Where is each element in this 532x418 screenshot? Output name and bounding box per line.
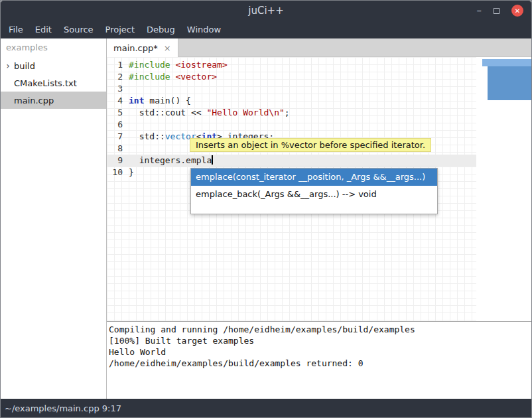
line-number: 6 (107, 119, 127, 131)
chevron-right-icon: › (3, 60, 13, 71)
code-line-text: #include <iostream> (127, 59, 228, 71)
line-number: 3 (107, 83, 127, 95)
juci-window: juCi++ – ✕ FileEditSourceProjectDebugWin… (0, 0, 532, 418)
code-line-5[interactable]: 5 std::cout << "Hello World\n"; (107, 107, 476, 119)
menu-item-source[interactable]: Source (58, 21, 100, 38)
sidebar-item-list: ›buildCMakeLists.txtmain.cpp (1, 57, 106, 109)
code-line-text (127, 119, 129, 131)
completion-popup: emplace(const_iterator __position, _Args… (190, 168, 438, 214)
code-line-6[interactable]: 6 (107, 119, 476, 131)
sidebar-item-label: main.cpp (14, 96, 54, 105)
close-tab-icon[interactable]: × (164, 43, 171, 53)
code-line-4[interactable]: 4int main() { (107, 95, 476, 107)
editor-column: main.cpp* × 1#include <iostream>2#includ… (107, 38, 531, 399)
menu-item-debug[interactable]: Debug (141, 21, 181, 38)
scroll-overview-thumb[interactable] (488, 66, 531, 100)
code-line-text: } (127, 167, 134, 178)
maximize-icon[interactable] (494, 8, 499, 14)
code-editor[interactable]: 1#include <iostream>2#include <vector>34… (107, 57, 531, 321)
tab-bar: main.cpp* × (107, 38, 531, 57)
tab-label: main.cpp* (113, 43, 158, 53)
sidebar-header: examples (1, 38, 106, 57)
code-line-text: integers.empla (127, 155, 213, 167)
line-number: 1 (107, 59, 127, 71)
text-cursor (212, 155, 213, 165)
line-number: 9 (107, 155, 127, 167)
line-number: 7 (107, 131, 127, 143)
status-bar: ~/examples/main.cpp 9:17 (1, 399, 531, 417)
code-line-text: int main() { (127, 95, 191, 107)
line-number: 10 (107, 167, 127, 178)
completion-item-0[interactable]: emplace(const_iterator __position, _Args… (191, 169, 437, 186)
code-line-3[interactable]: 3 (107, 83, 476, 95)
code-line-1[interactable]: 1#include <iostream> (107, 59, 476, 71)
line-number: 5 (107, 107, 127, 119)
output-panel: Compiling and running /home/eidheim/exam… (107, 321, 531, 400)
window-controls: – ✕ (477, 5, 524, 17)
status-text: ~/examples/main.cpp 9:17 (5, 403, 121, 413)
line-number: 2 (107, 71, 127, 83)
line-number: 4 (107, 95, 127, 107)
line-number: 8 (107, 143, 127, 155)
code-line-text: #include <vector> (127, 71, 217, 83)
sidebar-item-label: build (14, 61, 35, 71)
maximize-square (494, 8, 499, 14)
sidebar-item-label: CMakeLists.txt (14, 78, 77, 88)
doc-tooltip: Inserts an object in %vector before spec… (190, 138, 431, 152)
main-area: examples ›buildCMakeLists.txtmain.cpp ma… (1, 38, 531, 399)
close-icon[interactable]: ✕ (511, 5, 523, 17)
scroll-overview-block[interactable] (482, 59, 531, 100)
output-line: Hello World (109, 346, 531, 358)
scroll-overview-top (482, 59, 531, 66)
code-line-9[interactable]: 9 integers.empla (107, 155, 476, 167)
menu-item-window[interactable]: Window (181, 21, 227, 38)
code-line-text (127, 83, 129, 95)
output-line: [100%] Built target examples (109, 335, 531, 346)
file-explorer-sidebar: examples ›buildCMakeLists.txtmain.cpp (1, 38, 107, 399)
completion-item-1[interactable]: emplace_back(_Args &&__args...) --> void (191, 186, 437, 203)
minimize-icon[interactable]: – (477, 7, 482, 14)
menu-item-edit[interactable]: Edit (29, 21, 58, 38)
window-title: juCi++ (1, 5, 531, 17)
menubar: FileEditSourceProjectDebugWindow (1, 21, 531, 38)
sidebar-item-cmakelists-txt[interactable]: CMakeLists.txt (1, 74, 106, 92)
titlebar[interactable]: juCi++ – ✕ (1, 1, 531, 21)
code-line-2[interactable]: 2#include <vector> (107, 71, 476, 83)
menu-item-project[interactable]: Project (100, 21, 141, 38)
output-line: Compiling and running /home/eidheim/exam… (109, 324, 531, 335)
sidebar-item-build[interactable]: ›build (1, 57, 106, 74)
code-line-text: std::cout << "Hello World\n"; (127, 107, 290, 119)
code-line-text (127, 143, 129, 155)
sidebar-item-main-cpp[interactable]: main.cpp (1, 92, 106, 109)
menu-item-file[interactable]: File (3, 21, 29, 38)
output-line: /home/eidheim/examples/build/examples re… (109, 358, 531, 369)
tab-main-cpp[interactable]: main.cpp* × (107, 38, 178, 57)
